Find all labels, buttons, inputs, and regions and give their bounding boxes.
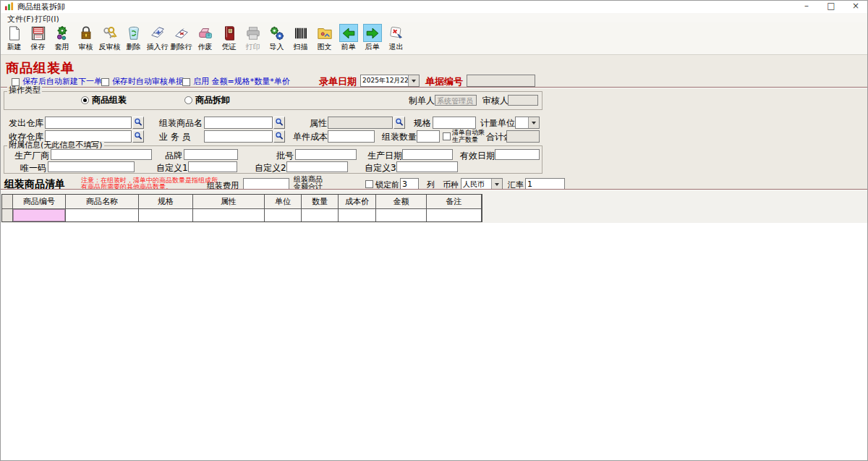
brand-input[interactable] (184, 149, 238, 160)
toolbar-prev-button[interactable]: 前单 (336, 22, 360, 54)
out-warehouse-lookup-button[interactable] (132, 117, 144, 129)
auto-multiply-label-1: 清单自动乘 (452, 129, 485, 136)
magnifier-icon (134, 131, 142, 143)
radio-assemble[interactable] (81, 96, 89, 104)
toolbar-scan-button[interactable]: 扫描 (289, 22, 312, 54)
salesman-lookup-button[interactable] (273, 130, 285, 143)
toolbar-new-button[interactable]: 新建 (2, 22, 26, 54)
toolbar-button-label: 作废 (198, 42, 213, 51)
toolbar-insert-row-button[interactable]: 插入行 (145, 22, 169, 54)
product-name-lookup-button[interactable] (273, 117, 285, 129)
close-button[interactable]: × (843, 0, 868, 13)
table-cell[interactable] (339, 209, 376, 221)
out-warehouse-label: 发出仓库 (9, 119, 43, 128)
product-name-label: 组装商品名 (159, 119, 203, 128)
table-cell[interactable] (302, 209, 339, 221)
toolbar-save-button[interactable]: 保存 (26, 22, 50, 54)
table-header-row: 商品编号商品名称规格属性单位数量成本价金额备注 (2, 195, 482, 209)
unit-select[interactable] (515, 117, 540, 129)
next-arrow-icon (363, 24, 382, 42)
toolbar-button-label: 插入行 (147, 42, 169, 51)
active-cell[interactable] (13, 209, 66, 221)
table-cell[interactable] (139, 209, 193, 221)
radio-disassemble-label[interactable]: 商品拆卸 (195, 96, 230, 105)
in-warehouse-lookup-button[interactable] (132, 130, 144, 143)
exit-icon (387, 24, 406, 42)
dropdown-arrow-icon (528, 117, 539, 128)
assemble-qty-input[interactable] (417, 130, 440, 143)
prod-date-input[interactable] (402, 149, 453, 160)
toolbar-print-button: 打印 (241, 22, 265, 54)
radio-disassemble[interactable] (184, 96, 192, 104)
currency-value: 人民币 (461, 179, 491, 190)
table-cell[interactable] (376, 209, 427, 221)
toolbar-button-label: 反审核 (99, 42, 121, 51)
toolbar-button-label: 凭证 (222, 42, 237, 51)
unit-cost-label: 单件成本 (293, 132, 328, 142)
auto-audit-checkbox[interactable] (101, 78, 109, 86)
new-doc-icon (5, 24, 24, 42)
toolbar-button-label: 后单 (365, 42, 380, 51)
table-cell[interactable] (427, 209, 482, 221)
lock-columns-checkbox[interactable] (365, 180, 373, 188)
unit-label: 计量单位 (480, 119, 515, 128)
row-selector-cell (2, 209, 13, 221)
print-icon (244, 24, 263, 42)
toolbar-voucher-button[interactable]: 凭证 (217, 22, 241, 54)
image-folder-icon (315, 24, 334, 42)
auto-audit-label: 保存时自动审核单据 (112, 77, 184, 86)
column-header: 成本价 (339, 195, 376, 209)
unique-code-label: 唯一码 (20, 164, 46, 173)
unaudit-keys-icon (101, 24, 119, 42)
column-header: 属性 (193, 195, 265, 209)
out-warehouse-input[interactable] (45, 117, 132, 129)
total-amount-field (506, 130, 540, 143)
unique-code-input[interactable] (48, 161, 135, 172)
dropdown-arrow-icon (491, 179, 502, 190)
delete-trash-icon (124, 24, 143, 42)
toolbar-void-button[interactable]: 作废 (193, 22, 217, 54)
table-cell[interactable] (193, 209, 265, 221)
toolbar-apply-button[interactable]: 套用 (50, 22, 74, 54)
unit-cost-input[interactable] (328, 130, 375, 143)
custom2-input[interactable] (286, 161, 348, 172)
enable-formula-checkbox[interactable] (182, 78, 190, 86)
valid-date-label: 有效日期 (460, 151, 495, 161)
attribute-lookup-button[interactable] (393, 117, 405, 129)
minimize-button[interactable]: – (794, 0, 819, 13)
radio-assemble-label[interactable]: 商品组装 (92, 96, 127, 105)
salesman-input[interactable] (204, 130, 273, 143)
product-name-input[interactable] (204, 117, 273, 129)
auto-multiply-checkbox[interactable] (443, 132, 451, 140)
batch-no-input[interactable] (295, 149, 357, 160)
toolbar-import-button[interactable]: 导入 (265, 22, 289, 54)
column-header: 金额 (376, 195, 427, 209)
maximize-button[interactable]: □ (819, 0, 843, 13)
toolbar-image-button[interactable]: 图文 (312, 22, 336, 54)
toolbar-button-label: 图文 (318, 42, 332, 51)
toolbar-next-button[interactable]: 后单 (360, 22, 384, 54)
toolbar-button-label: 删除 (127, 42, 141, 51)
toolbar-unaudit-button[interactable]: 反审核 (98, 22, 122, 54)
record-date-value: 2025年12月22日 (361, 76, 408, 85)
maker-field: 系统管理员 (435, 95, 477, 106)
scan-barcode-icon (292, 24, 310, 42)
manufacturer-input[interactable] (51, 149, 152, 160)
spec-input[interactable] (433, 117, 476, 129)
toolbar-delete-button[interactable]: 删除 (122, 22, 145, 54)
separator (0, 87, 868, 88)
valid-date-input[interactable] (495, 149, 540, 160)
record-date-select[interactable]: 2025年12月22日 (360, 75, 420, 87)
toolbar-exit-button[interactable]: 退出 (384, 22, 408, 54)
column-header: 数量 (302, 195, 339, 209)
table-cell[interactable] (265, 209, 302, 221)
custom3-input[interactable] (396, 161, 458, 172)
prod-date-label: 生产日期 (367, 151, 402, 161)
app-icon (4, 1, 14, 13)
toolbar-audit-button[interactable]: 审核 (74, 22, 98, 54)
custom1-input[interactable] (188, 161, 237, 172)
apply-gear-icon (53, 24, 72, 42)
toolbar-delete-row-button[interactable]: 删除行 (169, 22, 193, 54)
table-cell[interactable] (66, 209, 139, 221)
column-header: 备注 (427, 195, 482, 209)
